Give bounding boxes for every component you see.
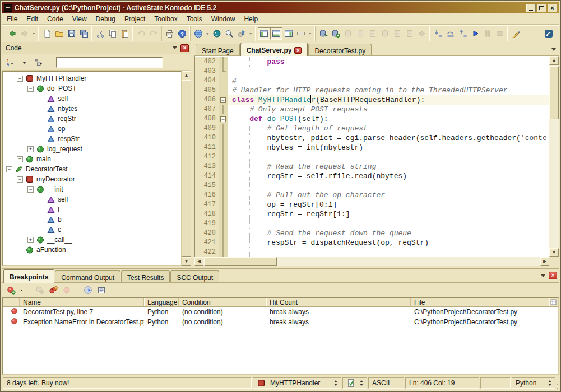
code-editor[interactable]: 402 pass403404#405# Handler for HTTP req… (194, 56, 549, 257)
line-number[interactable]: 411 (195, 143, 219, 152)
debug-stop-session-button[interactable] (354, 27, 367, 40)
editor-vscrollbar[interactable]: ▲ ▼ (549, 56, 559, 257)
line-number[interactable]: 405 (195, 86, 219, 95)
menu-project[interactable]: Project (120, 14, 150, 24)
column-name[interactable]: Name (20, 298, 144, 306)
code-pane-close-button[interactable]: × (180, 44, 189, 52)
bottom-panel-menu-button[interactable] (539, 272, 547, 279)
line-number[interactable]: 404 (195, 76, 219, 86)
line-number[interactable]: 421 (195, 238, 219, 248)
tree-item-op[interactable]: −op (3, 124, 181, 134)
minimize-button[interactable] (526, 4, 536, 12)
code-line-418[interactable]: 418 reqStr = reqStr[1:] (195, 209, 549, 219)
debug-break-button[interactable] (367, 27, 379, 40)
tree-item-respStr[interactable]: −respStr (3, 134, 181, 144)
editor-scroll-thumb[interactable] (549, 66, 559, 119)
maximize-button[interactable] (537, 4, 546, 12)
tree-item-self[interactable]: −self (3, 94, 181, 104)
editor-hscroll-thumb[interactable] (204, 257, 277, 266)
line-number[interactable]: 410 (195, 133, 219, 143)
line-number[interactable]: 419 (195, 219, 219, 228)
breakpoint-row[interactable]: Exception NameError in DecoratorTest.pyP… (3, 317, 558, 327)
preview-dropdown[interactable] (205, 27, 211, 40)
column-state[interactable] (3, 298, 20, 306)
delete-all-breakpoints-button[interactable] (61, 284, 73, 296)
stop-button[interactable] (494, 27, 506, 40)
bottom-tab-scc-output[interactable]: SCC Output (170, 270, 219, 282)
code-line-403[interactable]: 403 (195, 67, 549, 76)
debug-break-all-button[interactable] (379, 27, 391, 40)
toolbox-wand-button[interactable] (510, 27, 522, 40)
menu-toolbox[interactable]: Toolbox (150, 14, 182, 24)
line-number[interactable]: 409 (195, 124, 219, 133)
tree-scroll-thumb[interactable] (182, 80, 191, 257)
toggle-left-pane-button[interactable] (258, 27, 270, 40)
tree-item-f[interactable]: −f (3, 204, 181, 214)
bottom-tab-breakpoints[interactable]: Breakpoints (3, 269, 54, 283)
locate-current-scope-button[interactable] (33, 57, 44, 68)
debug-inspect-button[interactable] (404, 27, 416, 40)
current-symbol-indicator[interactable]: MyHTTPHandler (253, 377, 341, 389)
breakpoint-row[interactable]: DecoratorTest.py, line 7Python(no condit… (3, 307, 558, 317)
tree-item-myDecorator[interactable]: −myDecorator (3, 174, 181, 184)
syntax-check-spinner[interactable] (360, 379, 363, 388)
back-button[interactable] (6, 27, 18, 40)
code-pane-menu-button[interactable] (170, 44, 179, 52)
code-line-404[interactable]: 404# (195, 76, 549, 86)
tree-item-b[interactable]: −b (3, 214, 181, 225)
language-spinner[interactable] (548, 379, 551, 388)
collapse-icon[interactable]: − (6, 166, 12, 172)
tree-item-do_POST[interactable]: −do_POST (3, 83, 181, 94)
collapse-icon[interactable]: − (17, 76, 23, 82)
tree-item-self[interactable]: −self (3, 194, 181, 204)
minibuffer-dropdown[interactable] (307, 27, 313, 40)
tree-item-MyHTTPHandler[interactable]: −MyHTTPHandler (3, 73, 181, 83)
code-line-415[interactable]: 415 (195, 181, 549, 190)
editor-tab-decoratortest-py[interactable]: DecoratorTest.py (308, 44, 372, 55)
code-line-408[interactable]: 408 def do_POST(self): (195, 114, 549, 124)
line-number[interactable]: 412 (195, 152, 219, 162)
macro-dropdown[interactable] (248, 27, 254, 40)
tree-scrollbar[interactable]: ▲ ▼ (182, 71, 191, 266)
code-line-414[interactable]: 414 reqStr = self.rfile.read(nbytes) (195, 171, 549, 181)
line-number[interactable]: 418 (195, 209, 219, 219)
save-all-button[interactable] (78, 27, 90, 40)
editor-scroll-right[interactable]: ▶ (540, 257, 549, 266)
menu-code[interactable]: Code (43, 14, 68, 24)
line-number[interactable]: 413 (195, 162, 219, 171)
sort-order-button[interactable]: 19 (6, 57, 17, 68)
title-bar[interactable]: ChatServer.py (C:\PythonProject) - Activ… (2, 2, 559, 13)
code-line-405[interactable]: 405# Handler for HTTP requests coming in… (195, 86, 549, 95)
column-language[interactable]: Language (144, 298, 179, 306)
code-line-409[interactable]: 409 # Get length of request (195, 124, 549, 133)
print-button[interactable] (164, 27, 176, 40)
collapse-icon[interactable]: − (27, 86, 34, 92)
tab-close-icon[interactable]: × (294, 47, 302, 54)
code-line-419[interactable]: 419 (195, 219, 549, 228)
tree-item-log_request[interactable]: +log_request (3, 144, 181, 154)
line-number[interactable]: 415 (195, 181, 219, 190)
code-line-417[interactable]: 417 op = reqStr[0:1] (195, 200, 549, 209)
menu-debug[interactable]: Debug (91, 14, 120, 24)
komodo-community-button[interactable] (211, 27, 223, 40)
new-breakpoint-button[interactable] (5, 284, 17, 296)
menu-window[interactable]: Window (207, 14, 240, 24)
tree-scroll-up[interactable]: ▲ (182, 71, 191, 80)
code-line-411[interactable]: 411 nbytes = int(nbytestr) (195, 143, 549, 152)
fold-collapse-icon[interactable] (219, 95, 228, 105)
preview-browser-button[interactable] (192, 27, 205, 40)
editor-hscrollbar[interactable]: ◀ ▶ (194, 257, 549, 266)
symbol-spinner[interactable] (334, 379, 337, 388)
expand-icon[interactable]: + (27, 237, 34, 243)
tree-item-main[interactable]: +main (3, 154, 181, 164)
komodo-logo[interactable] (543, 27, 555, 40)
debug-go-new-session-button[interactable] (317, 27, 330, 40)
menu-tools[interactable]: Tools (182, 14, 207, 24)
code-line-410[interactable]: 410 nbytestr, pdict = cgi.parse_header(s… (195, 133, 549, 143)
undo-button[interactable] (135, 27, 147, 40)
code-line-402[interactable]: 402 pass (195, 57, 549, 67)
delete-breakpoint-button[interactable] (47, 284, 59, 296)
code-line-413[interactable]: 413 # Read the request string (195, 162, 549, 171)
editor-scroll-down[interactable]: ▼ (549, 248, 559, 257)
history-dropdown[interactable] (31, 27, 37, 40)
